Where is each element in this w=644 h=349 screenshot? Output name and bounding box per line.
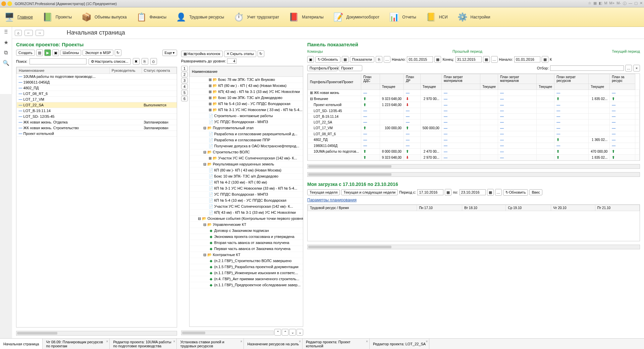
search-icon[interactable]: 🔍 (3, 60, 9, 66)
project-row[interactable]: — ЖК новая жизнь. СтроительствоЗапланиро… (17, 125, 177, 131)
sys-icon[interactable]: ⓘ (623, 1, 627, 6)
icon-button[interactable]: ▦ (342, 56, 348, 63)
project-button[interactable]: Проект (339, 65, 362, 71)
refresh-icon[interactable]: ↻ (258, 50, 264, 57)
scrollbar[interactable] (16, 331, 177, 336)
tree-row[interactable]: ⊞ 📂 КП № 5-4 (10 км) - УС ППДС Володарск… (190, 101, 304, 107)
nav-Учет трудозатрат[interactable]: ⏱️Учет трудозатрат (233, 12, 279, 22)
project-row[interactable]: — Проект котельной (17, 131, 177, 137)
nav-Отчеты[interactable]: 📊Отчеты (389, 12, 416, 22)
icon-button[interactable]: ⌃ (274, 329, 281, 336)
copy-icon[interactable]: ⧉ (4, 50, 8, 56)
project-row[interactable]: — LOT_22_SAВыполняется (17, 102, 177, 108)
settings-list-button[interactable]: ⚙ Настроить список... (89, 58, 131, 65)
indicators-button[interactable]: Показатели (350, 56, 374, 62)
icon-button[interactable]: ⎘ (376, 56, 382, 63)
icon-button[interactable]: ⎙ (150, 58, 157, 65)
sys-icon[interactable]: ▦ (593, 1, 597, 6)
sys-icon[interactable]: M- (616, 1, 621, 6)
tree-row[interactable]: ⊞ 📂 Бокс 78 км ЗПК- ТЗС а/п Внуково (190, 77, 304, 83)
icon-button[interactable]: ▶ (44, 49, 51, 56)
level-3[interactable]: 3 (181, 78, 188, 83)
tree-row[interactable]: 📄 КП № 4-2 (100 км) - КП ( 80 км) (190, 180, 304, 186)
nav-Документооборот[interactable]: 📝Документооборот (333, 12, 380, 22)
tree-row[interactable]: ◆ Договор с Заказчиком подписан (190, 228, 304, 234)
export-button[interactable]: Экспорт в MSP (83, 50, 113, 56)
indicator-row[interactable]: LOT_22_SA—————— (308, 119, 640, 125)
nav-Объемы выпуска[interactable]: 📦Объемы выпуска (81, 12, 127, 22)
icon-button[interactable]: ✖ (133, 58, 140, 65)
indicator-row[interactable]: Проект котельной⬆1 223 648,00⬇———— (308, 102, 640, 108)
tree-row[interactable]: ⊞ 📂 КП( 43 км) - КП № 3-1 (33 км) УС НС … (190, 89, 304, 95)
grid-icon[interactable]: ⠿ (4, 29, 8, 35)
period-to-input[interactable] (460, 189, 486, 195)
bottom-tab[interactable]: Назначение ресурсов на роль× (244, 339, 302, 349)
tree-row[interactable]: 📄 КП( 43 км) - КП № 3-1 (33 км) УС НС Но… (190, 210, 304, 216)
close-icon[interactable]: ✕ (640, 1, 643, 6)
tree-row[interactable]: 📄 КП № 5-4 (10 км) - УС ППДС Володарская (190, 198, 304, 204)
schedule-grid[interactable]: Трудовой ресурс / ВремяПн 17.10Вт 18.10С… (307, 204, 640, 241)
calendar-icon[interactable]: ▦ (542, 56, 548, 63)
indicator-row[interactable]: ⊞ ЖК новая жизнь—————— (308, 90, 640, 96)
sys-icon[interactable]: ☆ (588, 1, 591, 6)
scrollbar[interactable] (307, 172, 640, 177)
two-weeks-button[interactable]: Текущая и следующая недели (341, 189, 398, 195)
refresh-button[interactable]: ↻ Обновить (503, 189, 528, 196)
refresh-button[interactable]: ↻ Обновить (315, 56, 340, 63)
planning-params-link[interactable]: Параметры планирования (307, 198, 640, 202)
scrollbar[interactable] (181, 331, 274, 335)
project-row[interactable]: — LOT_SD- 12/35-45 (17, 114, 177, 119)
nav-Трудовые ресурсы[interactable]: 👤Трудовые ресурсы (176, 12, 224, 22)
close-tab-icon[interactable]: × (426, 340, 428, 343)
project-row[interactable]: — 1980611-0456Д (17, 80, 177, 85)
search-input[interactable] (30, 58, 87, 64)
indicator-row[interactable]: LOT_B-19.11.14—————— (308, 114, 640, 119)
tree-row[interactable]: ⊞ 📂 КП № 3-1 УС НС Новоселки ( 33 км) - … (190, 107, 304, 113)
icon-button[interactable]: ▣ (52, 49, 59, 56)
icon-button[interactable]: … (495, 189, 502, 196)
tree-row[interactable]: 📄 УС ППДС Володарская - МНПЗ (190, 192, 304, 198)
curr-start-input[interactable] (514, 56, 540, 62)
back-button[interactable]: ← (24, 30, 33, 36)
tree-row[interactable]: ⊟ 📂 Управленческие КТ (190, 222, 304, 228)
icon-button[interactable]: ▣ (307, 56, 314, 63)
level-2[interactable]: 2 (181, 72, 188, 77)
col-header[interactable]: Руководитель (109, 67, 142, 74)
tree-row[interactable]: 📄 Получение допуска в ОАО Мостранснефтеп… (190, 143, 304, 149)
tree-row[interactable]: ◆ (п.1.1 ГВР)_Инженерные изыскания в соо… (190, 270, 304, 276)
hide-stages-button[interactable]: ✕ Скрыть этапы (224, 51, 256, 57)
portfolio-button[interactable]: Портфель\Проектов (307, 65, 337, 71)
project-row[interactable]: — ЖК новая жизнь. ОтделкаЗапланирован (17, 119, 177, 125)
tree-row[interactable]: ◆ Вторая часть аванса от заказчика получ… (190, 240, 304, 246)
tree-row[interactable]: ◆ Первая часть аванса от Заказчика получ… (190, 246, 304, 252)
project-row[interactable]: — LOT_08_RT_6 (17, 91, 177, 97)
project-row[interactable]: — 10UMA работы по подготовке производс..… (17, 74, 177, 80)
star-icon[interactable]: ★ (4, 39, 8, 46)
calendar-icon[interactable]: ▦ (434, 56, 441, 63)
icon-button[interactable]: ⌃ (282, 329, 288, 336)
sys-icon[interactable]: M+ (609, 1, 615, 6)
nav-Настройки[interactable]: ⚙️Настройки (457, 12, 490, 22)
project-row[interactable]: — LOT_B-19.11.14 (17, 108, 177, 114)
bottom-tab[interactable]: Установка ставки ролей и трудовых ресурс… (177, 339, 244, 349)
tree-row[interactable]: 📄 Строительно - монтажные работы (190, 113, 304, 119)
tree-row[interactable]: ⊟ 📂 Подготовительный этап (190, 125, 304, 131)
indicator-row[interactable]: LOT_SD- 12/35-45—————— (308, 108, 640, 114)
indicator-row[interactable]: ⊟ Внешние⬆9 323 648,00⬇2 970 00...——⬆1 8… (308, 96, 640, 102)
level-5[interactable]: 5 (181, 90, 188, 95)
sys-icon[interactable]: ◧ (599, 1, 602, 6)
level-6[interactable]: 6 (181, 96, 188, 101)
create-button[interactable]: Создать (16, 50, 35, 56)
tree-row[interactable]: ⊟ 📂 Основные события (Контрольные точки … (190, 216, 304, 222)
tree-row[interactable]: ◆ (п.4. ГВР)_Акт приемки законченного ст… (190, 276, 304, 282)
prev-end-input[interactable] (455, 56, 482, 62)
tree-row[interactable]: 📄 Участок УС НС Солнечногорская (142 км)… (190, 204, 304, 210)
cols-button[interactable]: ▦ Настройка колонок (181, 51, 223, 57)
tree-row[interactable]: ⊞ 📂 КП (80 км ) - КП ( 43 км) (Новая Мос… (190, 83, 304, 89)
level-1[interactable]: 1 (181, 66, 188, 71)
tree-row[interactable]: ◆ Экономика проекта согласована и утверж… (190, 234, 304, 240)
scrollbar[interactable] (307, 164, 640, 169)
tree-grid[interactable]: Наименование Номер ст... ⊞ 📂 Бокс 78 км … (189, 66, 303, 327)
period-from-input[interactable] (417, 189, 443, 195)
calendar-icon[interactable]: ▦ (445, 189, 451, 196)
